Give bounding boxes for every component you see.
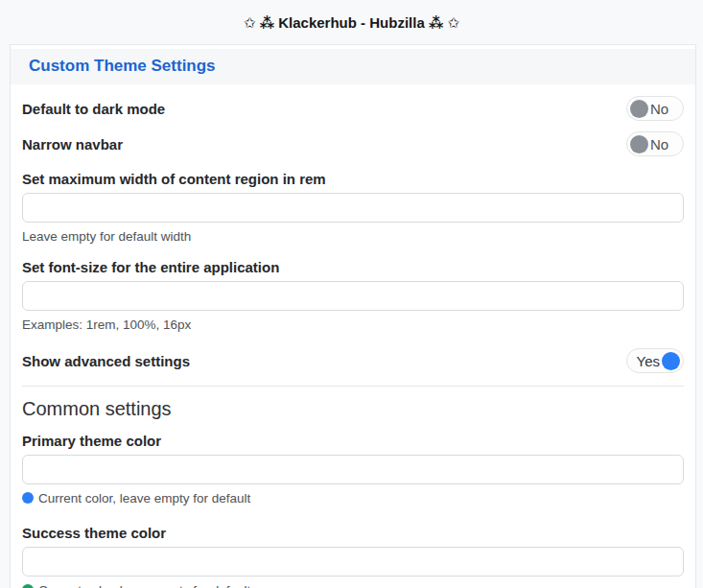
panel-body: Default to dark mode No Narrow navbar No… <box>11 84 695 588</box>
max-width-help: Leave empty for default width <box>22 229 684 244</box>
primary-color-help: Current color, leave empty for default <box>22 491 684 506</box>
setting-row-dark-mode: Default to dark mode No <box>22 96 684 121</box>
font-size-label: Set font-size for the entire application <box>22 259 684 275</box>
success-color-swatch-icon <box>22 584 34 588</box>
toggle-knob-icon <box>630 135 648 153</box>
primary-color-swatch-icon <box>22 492 34 504</box>
window-title: ✩ ⁂ Klackerhub - Hubzilla ⁂ ✩ <box>0 0 703 44</box>
primary-color-input[interactable] <box>22 455 684 484</box>
setting-group-font-size: Set font-size for the entire application… <box>22 259 684 332</box>
dark-mode-toggle[interactable]: No <box>626 96 684 121</box>
toggle-knob-icon <box>662 352 680 370</box>
setting-row-narrow-navbar: Narrow navbar No <box>22 131 684 156</box>
panel-title-link[interactable]: Custom Theme Settings <box>29 57 216 75</box>
advanced-toggle[interactable]: Yes <box>626 348 684 373</box>
max-width-input[interactable] <box>22 193 684 223</box>
advanced-label: Show advanced settings <box>22 353 190 369</box>
settings-panel: Custom Theme Settings Default to dark mo… <box>10 44 696 588</box>
panel-header: Custom Theme Settings <box>11 49 695 84</box>
success-color-help-text: Current color, leave empty for default <box>38 583 250 588</box>
setting-group-success-color: Success theme color Current color, leave… <box>22 525 684 588</box>
setting-row-advanced: Show advanced settings Yes <box>22 348 684 373</box>
toggle-knob-icon <box>630 100 648 118</box>
dark-mode-toggle-state: No <box>650 101 668 117</box>
narrow-navbar-toggle[interactable]: No <box>626 131 684 156</box>
setting-group-primary-color: Primary theme color Current color, leave… <box>22 433 684 506</box>
narrow-navbar-label: Narrow navbar <box>22 136 123 153</box>
primary-color-help-text: Current color, leave empty for default <box>38 491 250 506</box>
font-size-input[interactable] <box>22 281 684 311</box>
advanced-toggle-state: Yes <box>637 353 660 369</box>
primary-color-label: Primary theme color <box>22 433 684 449</box>
setting-group-max-width: Set maximum width of content region in r… <box>22 171 684 244</box>
success-color-label: Success theme color <box>22 525 684 541</box>
max-width-label: Set maximum width of content region in r… <box>22 171 684 187</box>
section-divider <box>22 386 684 387</box>
common-settings-heading: Common settings <box>22 398 684 420</box>
success-color-input[interactable] <box>22 547 684 576</box>
narrow-navbar-toggle-state: No <box>650 136 668 153</box>
font-size-help: Examples: 1rem, 100%, 16px <box>22 318 684 332</box>
success-color-help: Current color, leave empty for default <box>22 583 684 588</box>
dark-mode-label: Default to dark mode <box>22 101 165 117</box>
